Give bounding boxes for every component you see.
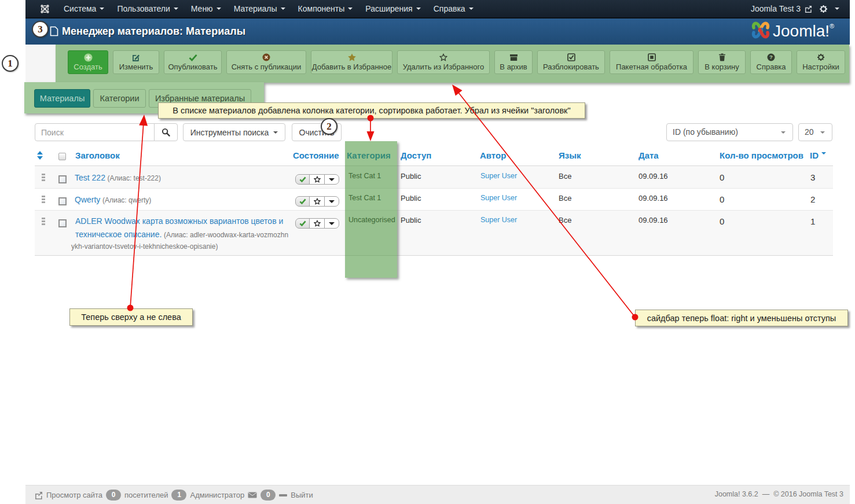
svg-text:?: ? — [769, 54, 773, 60]
